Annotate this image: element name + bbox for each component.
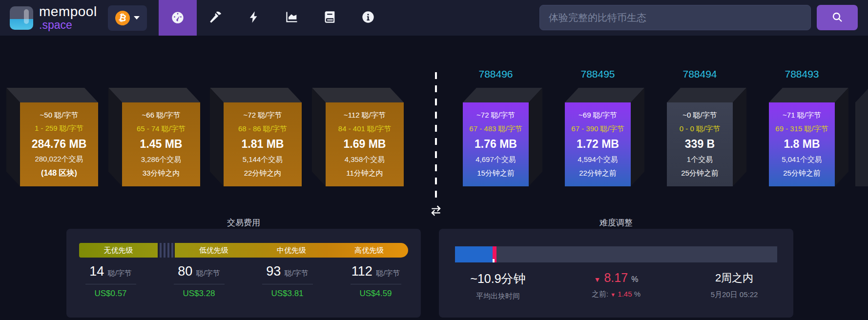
- search-icon: [831, 11, 843, 24]
- down-arrow-icon: ▼: [610, 292, 616, 298]
- fee-range: 67 - 390 聪/字节: [571, 124, 624, 134]
- block-age: 25分钟之前: [681, 169, 719, 178]
- mempool-logo[interactable]: mempool .space: [10, 5, 97, 31]
- cube-top-face: [312, 88, 404, 102]
- block-size: 1.45 MB: [140, 138, 183, 151]
- fee-range: 65 - 74 聪/字节: [137, 124, 186, 134]
- mined-block-788493[interactable]: ~71 聪/字节 69 - 315 聪/字节 1.8 MB 5,041个交易 2…: [769, 88, 848, 186]
- cube-top-face: [565, 88, 644, 102]
- tx-count: 3,286个交易: [141, 155, 182, 164]
- block-eta: 11分钟之内: [346, 169, 383, 178]
- nav-dashboard[interactable]: [159, 0, 197, 36]
- cube-side-face: [529, 88, 542, 186]
- retarget-eta: 2周之内: [715, 271, 753, 285]
- cube-top-face: [108, 88, 200, 102]
- tx-count: 5,041个交易: [782, 155, 822, 164]
- fee-usd-value: US$3.81: [271, 289, 303, 299]
- bitcoin-icon: ₿: [114, 9, 131, 27]
- block-age: 15分钟之前: [477, 169, 515, 178]
- brand-name: mempool: [39, 5, 97, 19]
- asset-selector-dropdown[interactable]: ₿: [108, 5, 147, 31]
- mined-block-788495[interactable]: ~69 聪/字节 67 - 390 聪/字节 1.72 MB 4,594个交易 …: [565, 88, 644, 186]
- mempool-block-face[interactable]: ~66 聪/字节 65 - 74 聪/字节 1.45 MB 3,286个交易 3…: [122, 102, 200, 186]
- fee-rate-value: 112: [351, 264, 372, 279]
- difficulty-change-value: 8.17: [604, 271, 628, 285]
- block-height-link[interactable]: 788495: [565, 68, 631, 80]
- search-area: [539, 5, 858, 30]
- swap-arrows-icon[interactable]: [430, 204, 442, 219]
- cube-side-face: [631, 88, 644, 186]
- mined-block-face[interactable]: ~0 聪/字节 0 - 0 聪/字节 339 B 1个交易 25分钟之前: [667, 102, 733, 186]
- area-chart-icon: [285, 10, 299, 26]
- block-height-link[interactable]: 788496: [463, 68, 529, 80]
- median-fee: ~0 聪/字节: [682, 111, 717, 120]
- partial-next-block: [855, 89, 868, 186]
- fee-range: 69 - 315 聪/字节: [775, 124, 828, 134]
- fee-range: 1 - 259 聪/字节: [35, 124, 83, 133]
- book-icon: [323, 10, 337, 26]
- retarget-date: 5月20日 05:22: [711, 290, 758, 300]
- mempool-block-1[interactable]: ~66 聪/字节 65 - 74 聪/字节 1.45 MB 3,286个交易 3…: [108, 88, 200, 186]
- fees-panel: 无优先级 低优先级 中优先级 高优先级 14 聪/字节 US$0.57 80 聪…: [66, 229, 421, 318]
- cube-top-face: [463, 88, 542, 102]
- search-input[interactable]: [539, 5, 811, 30]
- median-fee: ~72 聪/字节: [476, 111, 515, 120]
- difficulty-columns: ~10.9分钟 平均出块时间 ▼ 8.17 % 之前: ▼ 1.45 % 2周之…: [439, 271, 793, 301]
- tx-count: 4,594个交易: [578, 155, 618, 164]
- mined-block-face[interactable]: ~69 聪/字节 67 - 390 聪/字节 1.72 MB 4,594个交易 …: [565, 102, 631, 186]
- retarget-col: 2周之内 5月20日 05:22: [675, 271, 793, 301]
- chain-divider: [435, 72, 437, 200]
- tx-count: 4,358个交易: [345, 155, 385, 164]
- nav-docs[interactable]: [311, 0, 349, 36]
- mined-block-788496[interactable]: ~72 聪/字节 67 - 483 聪/字节 1.76 MB 4,697个交易 …: [463, 88, 542, 186]
- fee-tier-gradient: 低优先级 中优先级 高优先级: [175, 243, 408, 258]
- cube-side-face: [835, 88, 848, 186]
- fee-rate-unit: 聪/字节: [108, 269, 132, 277]
- fee-col-high: 112 聪/字节 US$4.59: [331, 264, 420, 299]
- median-fee: ~50 聪/字节: [40, 111, 79, 120]
- mempool-block-3[interactable]: ~112 聪/字节 84 - 401 聪/字节 1.69 MB 4,358个交易…: [312, 88, 404, 186]
- nav-about[interactable]: [349, 0, 387, 36]
- fee-tier-none: 无优先级: [79, 243, 158, 258]
- mined-block-788494[interactable]: ~0 聪/字节 0 - 0 聪/字节 339 B 1个交易 25分钟之前: [667, 88, 746, 186]
- difficulty-change-col: ▼ 8.17 % 之前: ▼ 1.45 %: [557, 271, 675, 301]
- fee-usd-value: US$4.59: [359, 289, 392, 299]
- median-fee: ~72 聪/字节: [244, 111, 282, 120]
- cube-side-face: [6, 88, 20, 186]
- median-fee: ~112 聪/字节: [344, 111, 386, 120]
- avg-block-time-value: ~10.9分钟: [470, 271, 525, 287]
- block-size: 1.81 MB: [242, 138, 284, 151]
- fee-tier-label: 无优先级: [104, 246, 133, 255]
- mempool-block-0[interactable]: ~50 聪/字节 1 - 259 聪/字节 284.76 MB 280,022个…: [6, 88, 98, 186]
- search-button[interactable]: [817, 5, 858, 30]
- chevron-down-icon: [134, 16, 140, 20]
- tx-count: 1个交易: [687, 155, 713, 164]
- mined-block-face[interactable]: ~72 聪/字节 67 - 483 聪/字节 1.76 MB 4,697个交易 …: [463, 102, 529, 186]
- difficulty-panel: ~10.9分钟 平均出块时间 ▼ 8.17 % 之前: ▼ 1.45 % 2周之…: [439, 229, 793, 318]
- info-icon: [361, 10, 375, 26]
- nav-lightning[interactable]: [235, 0, 273, 36]
- mempool-block-2[interactable]: ~72 聪/字节 68 - 86 聪/字节 1.81 MB 5,144个交易 2…: [210, 88, 302, 186]
- fee-bar-gap: [158, 243, 175, 258]
- fee-columns: 14 聪/字节 US$0.57 80 聪/字节 US$3.28 93 聪/字节 …: [66, 264, 421, 299]
- mempool-block-face[interactable]: ~50 聪/字节 1 - 259 聪/字节 284.76 MB 280,022个…: [20, 102, 98, 186]
- mempool-logo-text: mempool .space: [39, 5, 97, 31]
- nav-mining[interactable]: [197, 0, 235, 36]
- fee-tier-label: 低优先级: [175, 246, 252, 255]
- nav-graphs[interactable]: [273, 0, 311, 36]
- cube-top-face: [667, 88, 746, 102]
- fees-panel-title: 交易费用: [66, 217, 421, 228]
- fee-range: 68 - 86 聪/字节: [238, 124, 287, 134]
- cube-top-face: [210, 88, 302, 102]
- avg-block-time-col: ~10.9分钟 平均出块时间: [439, 271, 557, 301]
- fee-range: 84 - 401 聪/字节: [338, 124, 391, 134]
- previous-change-unit: %: [634, 290, 641, 298]
- block-height-link[interactable]: 788494: [667, 68, 733, 80]
- mempool-block-face[interactable]: ~72 聪/字节 68 - 86 聪/字节 1.81 MB 5,144个交易 2…: [224, 102, 302, 186]
- fee-rate-value: 80: [178, 264, 192, 279]
- mempool-block-face[interactable]: ~112 聪/字节 84 - 401 聪/字节 1.69 MB 4,358个交易…: [326, 102, 404, 186]
- block-height-link[interactable]: 788493: [769, 68, 835, 80]
- mined-block-face[interactable]: ~71 聪/字节 69 - 315 聪/字节 1.8 MB 5,041个交易 2…: [769, 102, 835, 186]
- fee-range: 0 - 0 聪/字节: [680, 124, 720, 134]
- fee-rate-value: 93: [266, 264, 281, 279]
